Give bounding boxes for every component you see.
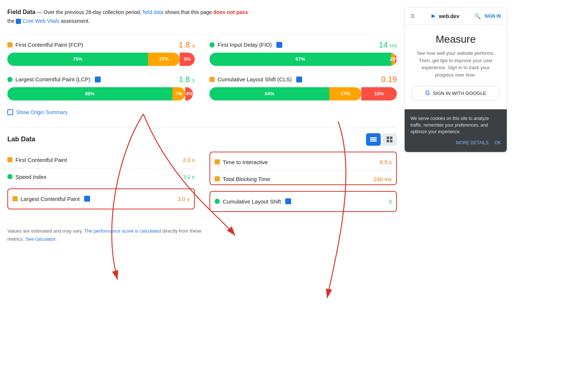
webdev-logo: ► web.dev xyxy=(430,12,459,20)
field-data-header: Field Data — Over the previous 28-day co… xyxy=(7,7,397,25)
svg-rect-2 xyxy=(370,141,377,142)
fid-bar: 97% 2% 1% xyxy=(209,53,397,66)
lcp-cwv-badge xyxy=(95,77,101,82)
lcp-value: 1.8 s xyxy=(179,75,195,84)
lab-data-header-row: Lab Data xyxy=(7,133,397,146)
cookie-actions: MORE DETAILS OK xyxy=(410,139,501,146)
measure-title: Measure xyxy=(412,33,499,45)
lab-data-section: Lab Data xyxy=(7,133,397,212)
svg-rect-0 xyxy=(370,137,377,138)
cookie-banner: We serve cookies on this site to analyze… xyxy=(405,109,507,152)
lcp-label-row: Largest Contentful Paint (LCP) 1.8 s xyxy=(7,75,195,84)
cls-bar-green: 64% xyxy=(209,87,329,100)
fcp-value: 1.8 s xyxy=(179,40,195,50)
fcp-bar-red: 8% xyxy=(180,53,195,66)
header-right-icons: 🔍 SIGN IN xyxy=(474,13,501,19)
fcp-label-row: First Contentful Paint (FCP) 1.8 s xyxy=(7,40,195,50)
view-toggle xyxy=(366,133,397,146)
measure-desc: See how well your website performs. Then… xyxy=(412,50,499,78)
lab-lcp-row: Largest Contentful Paint 3.0 s xyxy=(12,191,190,207)
fcp-bar-green: 75% xyxy=(7,53,148,66)
lab-lcp-value: 3.0 s xyxy=(178,196,190,202)
lab-tti-name: Time to Interactive xyxy=(215,159,268,165)
lab-si-value: 3.1 s xyxy=(183,174,195,180)
lab-tti-value: 6.5 s xyxy=(380,159,392,165)
lab-fcp-value: 2.0 s xyxy=(183,157,195,163)
google-signin-button[interactable]: G SIGN IN WITH GOOGLE xyxy=(412,86,499,100)
lab-lcp-cwv-badge xyxy=(84,196,90,202)
toggle-grid-btn[interactable] xyxy=(382,133,397,146)
fcp-name: First Contentful Paint (FCP) xyxy=(7,42,83,48)
cls-dot xyxy=(209,77,215,82)
lcp-name: Largest Contentful Paint (LCP) xyxy=(7,76,101,82)
fid-bar-red: 1% xyxy=(395,53,397,66)
fid-dot xyxy=(209,42,215,47)
svg-rect-5 xyxy=(387,140,389,142)
lab-cls-highlighted: Cumulative Layout Shift 0 xyxy=(209,191,397,212)
cls-cwv-badge xyxy=(296,77,302,82)
perf-score-link[interactable]: performance score is calculated xyxy=(94,228,161,234)
fcp-bar-orange: 17% xyxy=(148,53,180,66)
divider-2 xyxy=(7,127,397,127)
lab-tbt-value: 240 ms xyxy=(374,176,392,182)
lab-tti-tbt-group: Time to Interactive 6.5 s Total Blocking… xyxy=(209,152,397,185)
lcp-bar-red: 4% xyxy=(185,87,193,100)
fid-cwv-badge xyxy=(276,42,282,48)
fid-value: 14 ms xyxy=(379,40,397,50)
lab-metrics-two-col: First Contentful Paint 2.0 s Speed Index xyxy=(7,152,397,212)
webdev-card: ☰ ► web.dev 🔍 SIGN IN Measure See how we… xyxy=(404,7,507,152)
fcp-dot xyxy=(7,42,12,47)
origin-summary-row[interactable]: Show Origin Summary xyxy=(7,109,397,115)
lab-lcp-highlighted: Largest Contentful Paint 3.0 s xyxy=(7,188,195,209)
lab-cls-value: 0 xyxy=(389,198,392,205)
menu-icon[interactable]: ☰ xyxy=(410,13,415,19)
description-mid: shows that this page xyxy=(165,9,212,15)
cls-value: 0.19 xyxy=(381,75,397,84)
lab-tti-dot xyxy=(215,159,220,164)
field-data-link[interactable]: field data xyxy=(143,9,164,15)
cwv-link[interactable]: Core Web Vitals xyxy=(22,17,60,25)
fid-bar-green: 97% xyxy=(209,53,391,66)
description-end: the xyxy=(7,18,14,24)
lab-tbt-row: Total Blocking Time 240 ms xyxy=(215,171,392,183)
cls-metric: Cumulative Layout Shift (CLS) 0.19 64% 1… xyxy=(209,75,397,100)
lab-tti-row: Time to Interactive 6.5 s xyxy=(215,154,392,171)
fid-metric: First Input Delay (FID) 14 ms 97% 2% 1% xyxy=(209,40,397,66)
lab-lcp-dot xyxy=(12,196,18,201)
cls-bar-orange: 17% xyxy=(329,87,361,100)
webdev-card-body: Measure See how well your website perfor… xyxy=(405,25,507,109)
lab-lcp-name: Largest Contentful Paint xyxy=(12,196,90,202)
footer-text: Values are estimated and may vary. The p… xyxy=(7,227,397,243)
search-icon[interactable]: 🔍 xyxy=(474,13,481,19)
calculator-link[interactable]: See calculator xyxy=(25,236,55,242)
sidebar: ☰ ► web.dev 🔍 SIGN IN Measure See how we… xyxy=(404,7,507,361)
lab-data-title: Lab Data xyxy=(7,135,35,143)
lab-fcp-row: First Contentful Paint 2.0 s xyxy=(7,152,195,169)
google-g-icon: G xyxy=(425,90,430,96)
lcp-metric: Largest Contentful Paint (LCP) 1.8 s 88%… xyxy=(7,75,195,100)
divider-1 xyxy=(7,34,397,34)
lab-fcp-name: First Contentful Paint xyxy=(7,157,67,163)
svg-rect-6 xyxy=(390,140,392,142)
assessment-text: assessment. xyxy=(61,18,90,24)
lab-tbt-name: Total Blocking Time xyxy=(215,176,270,182)
description-start: — Over the previous 28-day collection pe… xyxy=(37,9,141,15)
cookie-text: We serve cookies on this site to analyze… xyxy=(410,115,501,135)
lab-tbt-dot xyxy=(215,176,220,181)
cls-name: Cumulative Layout Shift (CLS) xyxy=(209,76,302,82)
sign-in-text[interactable]: SIGN IN xyxy=(484,14,501,19)
ok-link[interactable]: OK xyxy=(495,139,501,146)
lab-si-dot xyxy=(7,174,12,179)
more-details-link[interactable]: MORE DETAILS xyxy=(456,139,488,146)
origin-summary-checkbox[interactable] xyxy=(7,109,13,115)
origin-summary-label[interactable]: Show Origin Summary xyxy=(16,109,68,115)
cwv-icon xyxy=(16,19,21,24)
svg-rect-1 xyxy=(370,139,377,140)
toggle-bar-btn[interactable] xyxy=(366,133,381,146)
cls-bar-red: 19% xyxy=(361,87,397,100)
cls-bar: 64% 17% 19% xyxy=(209,87,397,100)
webdev-logo-icon: ► xyxy=(430,12,437,20)
fail-text: does not pass xyxy=(214,9,248,15)
fcp-bar: 75% 17% 8% xyxy=(7,53,195,66)
lcp-bar-orange: 7% xyxy=(172,87,186,100)
